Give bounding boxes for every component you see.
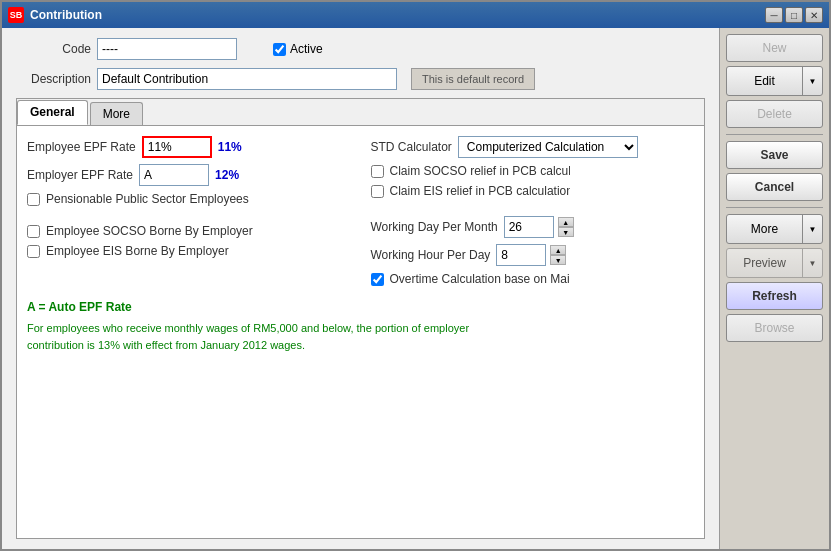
more-button-group: More ▼: [726, 214, 823, 244]
close-button[interactable]: ✕: [805, 7, 823, 23]
employee-epf-pct: 11%: [218, 140, 242, 154]
working-hour-spinner: ▲ ▼: [496, 244, 566, 266]
minimize-button[interactable]: ─: [765, 7, 783, 23]
more-button[interactable]: More: [727, 215, 802, 243]
working-hour-row: Working Hour Per Day ▲ ▼: [371, 244, 695, 266]
std-calc-label: STD Calculator: [371, 140, 452, 154]
employee-socso-label: Employee SOCSO Borne By Employer: [46, 224, 253, 238]
cancel-button[interactable]: Cancel: [726, 173, 823, 201]
more-dropdown-arrow[interactable]: ▼: [802, 215, 822, 243]
edit-button-group: Edit ▼: [726, 66, 823, 96]
employee-eis-row: Employee EIS Borne By Employer: [27, 244, 351, 258]
separator-1: [726, 134, 823, 135]
default-badge: This is default record: [411, 68, 535, 90]
working-day-label: Working Day Per Month: [371, 220, 498, 234]
save-button[interactable]: Save: [726, 141, 823, 169]
claim-socso-label: Claim SOCSO relief in PCB calculation (T…: [390, 164, 570, 178]
active-row: Active: [273, 42, 323, 56]
left-col: Employee EPF Rate 11% Employer EPF Rate …: [27, 136, 351, 286]
description-label: Description: [16, 72, 91, 86]
working-day-input[interactable]: [504, 216, 554, 238]
claim-socso-checkbox[interactable]: [371, 165, 384, 178]
employer-epf-label: Employer EPF Rate: [27, 168, 133, 182]
active-label: Active: [290, 42, 323, 56]
title-bar: SB Contribution ─ □ ✕: [2, 2, 829, 28]
overtime-row: Overtime Calculation base on Maintain Em…: [371, 272, 695, 286]
employee-eis-checkbox[interactable]: [27, 245, 40, 258]
code-input[interactable]: [97, 38, 237, 60]
code-label: Code: [16, 42, 91, 56]
active-checkbox[interactable]: [273, 43, 286, 56]
main-window: SB Contribution ─ □ ✕ Code Active Descri…: [0, 0, 831, 551]
maximize-button[interactable]: □: [785, 7, 803, 23]
preview-button[interactable]: Preview: [727, 249, 802, 277]
overtime-checkbox[interactable]: [371, 273, 384, 286]
claim-socso-row: Claim SOCSO relief in PCB calculation (T…: [371, 164, 695, 178]
browse-button[interactable]: Browse: [726, 314, 823, 342]
edit-dropdown-arrow[interactable]: ▼: [802, 67, 822, 95]
tabs-container: General More Employee EPF Rate 11%: [16, 98, 705, 539]
title-bar-left: SB Contribution: [8, 7, 102, 23]
description-row: Description This is default record: [16, 68, 705, 90]
window-controls: ─ □ ✕: [765, 7, 823, 23]
new-button[interactable]: New: [726, 34, 823, 62]
pensionable-label: Pensionable Public Sector Employees: [46, 192, 249, 206]
employee-socso-row: Employee SOCSO Borne By Employer: [27, 224, 351, 238]
employer-epf-input[interactable]: [139, 164, 209, 186]
delete-button[interactable]: Delete: [726, 100, 823, 128]
tab-general[interactable]: General: [17, 100, 88, 125]
working-day-spinner: ▲ ▼: [504, 216, 574, 238]
employee-epf-row: Employee EPF Rate 11%: [27, 136, 351, 158]
note-text: For employees who receive monthly wages …: [27, 320, 694, 353]
employee-epf-label: Employee EPF Rate: [27, 140, 136, 154]
note-section: A = Auto EPF Rate For employees who rece…: [27, 300, 694, 353]
code-row: Code Active: [16, 38, 705, 60]
working-hour-label: Working Hour Per Day: [371, 248, 491, 262]
edit-button[interactable]: Edit: [727, 67, 802, 95]
claim-eis-row: Claim EIS relief in PCB calculation (TP1…: [371, 184, 695, 198]
pensionable-checkbox[interactable]: [27, 193, 40, 206]
main-content: Code Active Description This is default …: [2, 28, 829, 549]
employee-epf-input[interactable]: [142, 136, 212, 158]
right-col: STD Calculator Computerized Calculation …: [371, 136, 695, 286]
claim-eis-checkbox[interactable]: [371, 185, 384, 198]
std-calc-row: STD Calculator Computerized Calculation: [371, 136, 695, 158]
right-panel: New Edit ▼ Delete Save Cancel More ▼ Pre…: [719, 28, 829, 549]
window-title: Contribution: [30, 8, 102, 22]
refresh-button[interactable]: Refresh: [726, 282, 823, 310]
claim-eis-label: Claim EIS relief in PCB calculation (TP1…: [390, 184, 570, 198]
app-icon: SB: [8, 7, 24, 23]
working-day-spinner-btns: ▲ ▼: [558, 217, 574, 237]
preview-dropdown-arrow[interactable]: ▼: [802, 249, 822, 277]
working-hour-up[interactable]: ▲: [550, 245, 566, 255]
note-auto: A = Auto EPF Rate: [27, 300, 694, 314]
tab-bar: General More: [17, 99, 704, 126]
employer-epf-row: Employer EPF Rate 12%: [27, 164, 351, 186]
working-day-down[interactable]: ▼: [558, 227, 574, 237]
employee-eis-label: Employee EIS Borne By Employer: [46, 244, 229, 258]
separator-2: [726, 207, 823, 208]
tab-general-content: Employee EPF Rate 11% Employer EPF Rate …: [17, 126, 704, 538]
main-grid: Employee EPF Rate 11% Employer EPF Rate …: [27, 136, 694, 286]
pensionable-row: Pensionable Public Sector Employees: [27, 192, 351, 206]
working-day-up[interactable]: ▲: [558, 217, 574, 227]
employee-socso-checkbox[interactable]: [27, 225, 40, 238]
preview-button-group: Preview ▼: [726, 248, 823, 278]
working-hour-down[interactable]: ▼: [550, 255, 566, 265]
working-hour-spinner-btns: ▲ ▼: [550, 245, 566, 265]
employer-epf-pct: 12%: [215, 168, 239, 182]
overtime-label: Overtime Calculation base on Maintain Em…: [390, 272, 570, 286]
std-calc-select[interactable]: Computerized Calculation: [458, 136, 638, 158]
form-area: Code Active Description This is default …: [2, 28, 719, 549]
tab-more[interactable]: More: [90, 102, 143, 125]
working-day-row: Working Day Per Month ▲ ▼: [371, 216, 695, 238]
working-hour-input[interactable]: [496, 244, 546, 266]
description-input[interactable]: [97, 68, 397, 90]
